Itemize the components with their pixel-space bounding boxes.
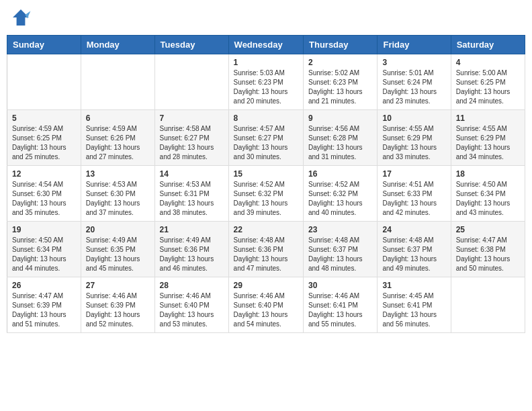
day-number: 18	[456, 169, 520, 179]
calendar-cell: 30Sunrise: 4:46 AMSunset: 6:41 PMDayligh…	[304, 277, 378, 333]
calendar-cell: 29Sunrise: 4:46 AMSunset: 6:40 PMDayligh…	[228, 277, 303, 333]
day-number: 27	[86, 281, 150, 290]
weekday-header: Tuesday	[154, 36, 228, 54]
calendar-cell: 21Sunrise: 4:49 AMSunset: 6:36 PMDayligh…	[154, 222, 228, 277]
day-number: 22	[234, 225, 298, 234]
day-info: Sunrise: 4:57 AMSunset: 6:27 PMDaylight:…	[234, 124, 298, 162]
calendar-cell: 17Sunrise: 4:51 AMSunset: 6:33 PMDayligh…	[378, 166, 451, 222]
calendar-cell: 22Sunrise: 4:48 AMSunset: 6:36 PMDayligh…	[228, 222, 303, 277]
day-number: 6	[86, 113, 150, 123]
day-info: Sunrise: 4:48 AMSunset: 6:36 PMDaylight:…	[234, 236, 298, 273]
day-info: Sunrise: 4:47 AMSunset: 6:38 PMDaylight:…	[456, 236, 520, 273]
day-number: 10	[382, 113, 445, 123]
calendar-cell: 5Sunrise: 4:59 AMSunset: 6:25 PMDaylight…	[7, 110, 81, 166]
calendar-cell: 10Sunrise: 4:55 AMSunset: 6:29 PMDayligh…	[378, 110, 451, 166]
calendar-cell: 19Sunrise: 4:50 AMSunset: 6:34 PMDayligh…	[7, 222, 81, 277]
calendar-cell	[451, 277, 525, 333]
day-number: 26	[12, 281, 76, 290]
calendar-cell	[81, 54, 154, 110]
day-info: Sunrise: 4:46 AMSunset: 6:40 PMDaylight:…	[234, 291, 298, 329]
page-header	[7, 7, 525, 28]
calendar-cell: 11Sunrise: 4:55 AMSunset: 6:29 PMDayligh…	[451, 110, 525, 166]
day-number: 21	[160, 225, 224, 234]
calendar-week-row: 1Sunrise: 5:03 AMSunset: 6:23 PMDaylight…	[7, 54, 525, 110]
day-number: 28	[160, 281, 224, 290]
calendar-week-row: 26Sunrise: 4:47 AMSunset: 6:39 PMDayligh…	[7, 277, 525, 333]
logo	[10, 7, 34, 28]
calendar-cell: 26Sunrise: 4:47 AMSunset: 6:39 PMDayligh…	[7, 277, 81, 333]
day-info: Sunrise: 4:56 AMSunset: 6:28 PMDaylight:…	[308, 124, 372, 162]
calendar-cell: 8Sunrise: 4:57 AMSunset: 6:27 PMDaylight…	[228, 110, 303, 166]
calendar-cell	[7, 54, 81, 110]
calendar-cell: 24Sunrise: 4:48 AMSunset: 6:37 PMDayligh…	[378, 222, 451, 277]
day-info: Sunrise: 4:58 AMSunset: 6:27 PMDaylight:…	[160, 124, 224, 162]
calendar-week-row: 5Sunrise: 4:59 AMSunset: 6:25 PMDaylight…	[7, 110, 525, 166]
day-number: 8	[234, 113, 298, 123]
weekday-header: Friday	[378, 36, 451, 54]
day-info: Sunrise: 4:52 AMSunset: 6:32 PMDaylight:…	[308, 180, 372, 218]
weekday-header: Wednesday	[228, 36, 303, 54]
calendar-cell: 7Sunrise: 4:58 AMSunset: 6:27 PMDaylight…	[154, 110, 228, 166]
calendar-header: SundayMondayTuesdayWednesdayThursdayFrid…	[7, 36, 525, 54]
calendar-cell: 9Sunrise: 4:56 AMSunset: 6:28 PMDaylight…	[304, 110, 378, 166]
day-info: Sunrise: 5:00 AMSunset: 6:25 PMDaylight:…	[456, 68, 520, 106]
day-number: 19	[12, 225, 76, 234]
day-number: 15	[234, 169, 298, 179]
calendar-cell: 1Sunrise: 5:03 AMSunset: 6:23 PMDaylight…	[228, 54, 303, 110]
day-number: 20	[86, 225, 150, 234]
day-number: 11	[456, 113, 520, 123]
day-number: 2	[308, 58, 372, 67]
day-info: Sunrise: 4:45 AMSunset: 6:41 PMDaylight:…	[382, 291, 445, 329]
day-number: 31	[382, 281, 445, 290]
calendar-week-row: 19Sunrise: 4:50 AMSunset: 6:34 PMDayligh…	[7, 222, 525, 277]
calendar-cell: 31Sunrise: 4:45 AMSunset: 6:41 PMDayligh…	[378, 277, 451, 333]
calendar-cell: 23Sunrise: 4:48 AMSunset: 6:37 PMDayligh…	[304, 222, 378, 277]
day-info: Sunrise: 4:53 AMSunset: 6:30 PMDaylight:…	[86, 180, 150, 218]
calendar-cell: 2Sunrise: 5:02 AMSunset: 6:23 PMDaylight…	[304, 54, 378, 110]
day-number: 5	[12, 113, 76, 123]
day-info: Sunrise: 4:46 AMSunset: 6:41 PMDaylight:…	[308, 291, 372, 329]
day-info: Sunrise: 4:54 AMSunset: 6:30 PMDaylight:…	[12, 180, 76, 218]
day-info: Sunrise: 5:02 AMSunset: 6:23 PMDaylight:…	[308, 68, 372, 106]
day-info: Sunrise: 4:53 AMSunset: 6:31 PMDaylight:…	[160, 180, 224, 218]
day-info: Sunrise: 4:59 AMSunset: 6:26 PMDaylight:…	[86, 124, 150, 162]
day-info: Sunrise: 4:48 AMSunset: 6:37 PMDaylight:…	[308, 236, 372, 273]
calendar-cell: 18Sunrise: 4:50 AMSunset: 6:34 PMDayligh…	[451, 166, 525, 222]
day-info: Sunrise: 5:03 AMSunset: 6:23 PMDaylight:…	[234, 68, 298, 106]
day-number: 16	[308, 169, 372, 179]
calendar-cell: 12Sunrise: 4:54 AMSunset: 6:30 PMDayligh…	[7, 166, 81, 222]
calendar-cell: 20Sunrise: 4:49 AMSunset: 6:35 PMDayligh…	[81, 222, 154, 277]
logo-icon	[10, 7, 32, 28]
day-number: 17	[382, 169, 445, 179]
day-number: 30	[308, 281, 372, 290]
day-number: 23	[308, 225, 372, 234]
day-info: Sunrise: 4:59 AMSunset: 6:25 PMDaylight:…	[12, 124, 76, 162]
weekday-header: Monday	[81, 36, 154, 54]
calendar-cell: 14Sunrise: 4:53 AMSunset: 6:31 PMDayligh…	[154, 166, 228, 222]
calendar-cell: 4Sunrise: 5:00 AMSunset: 6:25 PMDaylight…	[451, 54, 525, 110]
day-info: Sunrise: 4:48 AMSunset: 6:37 PMDaylight:…	[382, 236, 445, 273]
day-info: Sunrise: 4:55 AMSunset: 6:29 PMDaylight:…	[456, 124, 520, 162]
calendar-cell: 25Sunrise: 4:47 AMSunset: 6:38 PMDayligh…	[451, 222, 525, 277]
svg-marker-0	[13, 9, 29, 26]
calendar-cell: 15Sunrise: 4:52 AMSunset: 6:32 PMDayligh…	[228, 166, 303, 222]
day-info: Sunrise: 4:49 AMSunset: 6:36 PMDaylight:…	[160, 236, 224, 273]
weekday-header: Thursday	[304, 36, 378, 54]
calendar-cell: 13Sunrise: 4:53 AMSunset: 6:30 PMDayligh…	[81, 166, 154, 222]
day-number: 1	[234, 58, 298, 67]
calendar-cell: 6Sunrise: 4:59 AMSunset: 6:26 PMDaylight…	[81, 110, 154, 166]
day-info: Sunrise: 4:52 AMSunset: 6:32 PMDaylight:…	[234, 180, 298, 218]
calendar-cell: 27Sunrise: 4:46 AMSunset: 6:39 PMDayligh…	[81, 277, 154, 333]
day-number: 3	[382, 58, 445, 67]
day-number: 13	[86, 169, 150, 179]
day-number: 25	[456, 225, 520, 234]
day-number: 4	[456, 58, 520, 67]
calendar-cell: 28Sunrise: 4:46 AMSunset: 6:40 PMDayligh…	[154, 277, 228, 333]
calendar-cell	[154, 54, 228, 110]
calendar-cell: 16Sunrise: 4:52 AMSunset: 6:32 PMDayligh…	[304, 166, 378, 222]
calendar-cell: 3Sunrise: 5:01 AMSunset: 6:24 PMDaylight…	[378, 54, 451, 110]
day-info: Sunrise: 4:55 AMSunset: 6:29 PMDaylight:…	[382, 124, 445, 162]
day-number: 9	[308, 113, 372, 123]
day-info: Sunrise: 4:51 AMSunset: 6:33 PMDaylight:…	[382, 180, 445, 218]
weekday-header: Sunday	[7, 36, 81, 54]
